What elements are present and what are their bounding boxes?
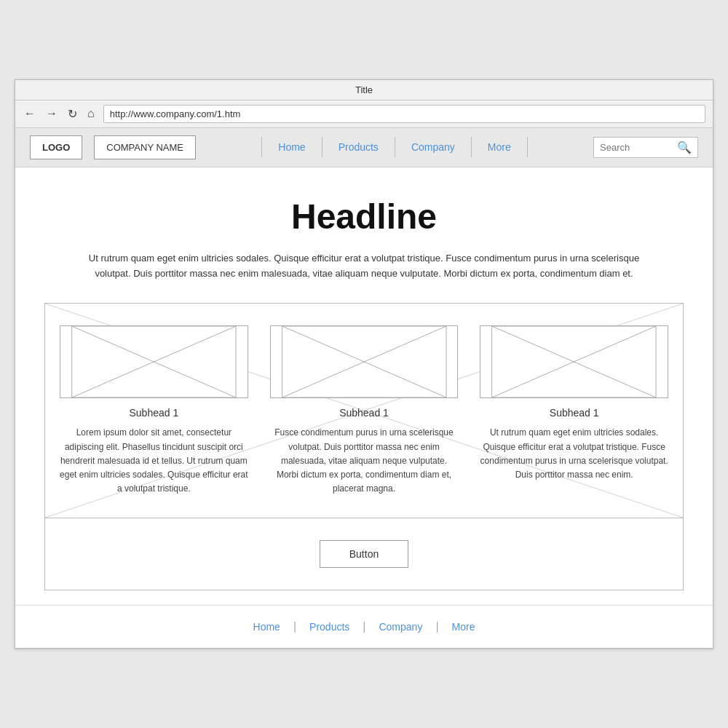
subhead-1: Subhead 1 [60, 407, 248, 419]
col-text-3: Ut rutrum quam eget enim ultricies sodal… [480, 426, 668, 482]
title-bar: Title [15, 80, 713, 100]
column-2: Subhead 1 Fusce condimentum purus in urn… [270, 325, 459, 496]
cta-button[interactable]: Button [320, 540, 408, 568]
back-button[interactable]: ← [23, 107, 37, 120]
image-placeholder-3 [480, 325, 668, 398]
nav-more[interactable]: More [472, 137, 528, 157]
intro-text: Ut rutrum quam eget enim ultricies sodal… [80, 251, 648, 282]
site-header: LOGO COMPANY NAME Home Products Company … [15, 128, 713, 167]
logo: LOGO [30, 135, 82, 159]
button-section: Button [44, 518, 684, 590]
home-button[interactable]: ⌂ [86, 107, 96, 120]
page-content: Headline Ut rutrum quam eget enim ultric… [15, 167, 713, 606]
company-name: COMPANY NAME [94, 135, 196, 159]
subhead-2: Subhead 1 [270, 407, 459, 419]
image-section: Subhead 1 Lorem ipsum dolor sit amet, co… [44, 303, 684, 518]
nav-bar: ← → ↻ ⌂ [15, 100, 713, 128]
footer-home[interactable]: Home [240, 621, 293, 633]
forward-button[interactable]: → [44, 107, 59, 120]
address-bar[interactable] [103, 105, 705, 123]
page-title: Title [355, 84, 373, 95]
footer-products[interactable]: Products [296, 621, 363, 633]
nav-products[interactable]: Products [323, 137, 395, 157]
subhead-3: Subhead 1 [480, 407, 668, 419]
image-placeholder-1 [60, 325, 248, 398]
site-footer: Home | Products | Company | More [15, 605, 713, 648]
column-3: Subhead 1 Ut rutrum quam eget enim ultri… [480, 325, 668, 496]
main-nav: Home Products Company More [207, 137, 582, 157]
col-text-1: Lorem ipsum dolor sit amet, consectetur … [60, 426, 248, 496]
three-columns: Subhead 1 Lorem ipsum dolor sit amet, co… [60, 325, 668, 496]
search-input[interactable] [600, 142, 673, 153]
footer-nav: Home | Products | Company | More [240, 620, 488, 633]
refresh-button[interactable]: ↻ [66, 107, 79, 121]
footer-more[interactable]: More [439, 621, 488, 633]
nav-home[interactable]: Home [261, 137, 322, 157]
footer-company[interactable]: Company [365, 621, 435, 633]
nav-company[interactable]: Company [395, 137, 472, 157]
col-text-2: Fusce condimentum purus in urna sceleris… [270, 426, 459, 496]
browser-window: Title ← → ↻ ⌂ LOGO COMPANY NAME Home Pro… [15, 79, 713, 649]
column-1: Subhead 1 Lorem ipsum dolor sit amet, co… [60, 325, 248, 496]
search-box: 🔍 [593, 137, 698, 158]
image-placeholder-2 [270, 325, 459, 398]
headline: Headline [44, 197, 684, 237]
search-icon[interactable]: 🔍 [677, 141, 692, 154]
